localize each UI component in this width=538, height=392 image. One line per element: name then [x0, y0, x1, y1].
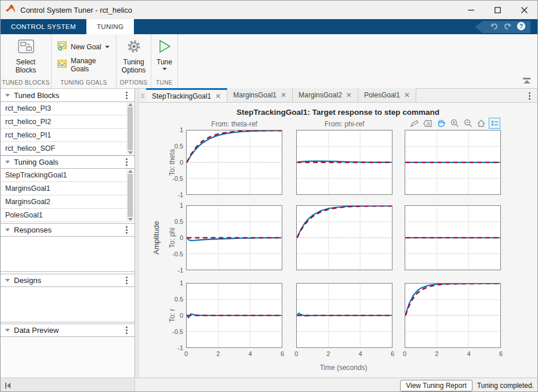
subplot-r-from-phi-ref[interactable] [296, 283, 392, 348]
y-tick-label: -0.5 [163, 175, 183, 182]
group-label-tuning-goals: TUNING GOALS [52, 78, 116, 88]
subplot-phi-from-theta-ref[interactable] [186, 205, 282, 270]
tune-button[interactable]: Tune [151, 38, 178, 71]
x-tick-label: 4 [462, 350, 476, 357]
y-tick-label: 0.5 [163, 218, 183, 225]
panel-menu-icon[interactable] [123, 157, 130, 167]
tabbar-grip-icon[interactable] [139, 94, 146, 102]
window-title: Control System Tuner - rct_helico [20, 6, 457, 14]
collapse-panel-icon [5, 228, 10, 231]
ribbon-tab-band: CONTROL SYSTEM TUNING ? [1, 19, 537, 34]
close-tab-icon[interactable]: ✕ [281, 91, 286, 99]
y-tick-label: -0.5 [163, 328, 183, 335]
zoom-out-icon[interactable] [462, 118, 474, 129]
x-tick-label: 4 [243, 350, 257, 357]
doc-tab-marginsgoal2[interactable]: MarginsGoal2 ✕ [293, 88, 358, 102]
collapse-sidebar-icon[interactable] [5, 383, 10, 389]
view-tuning-report-button[interactable]: View Tuning Report [400, 380, 472, 391]
home-icon[interactable] [475, 118, 487, 129]
panel-menu-icon[interactable] [123, 90, 130, 100]
tabbar-menu-icon[interactable] [526, 91, 533, 101]
pan-icon[interactable] [435, 118, 447, 129]
collapse-ribbon-icon[interactable] [523, 78, 530, 84]
panel-header-tuned-blocks[interactable]: Tuned Blocks [1, 89, 134, 102]
group-tune: Tune TUNE [151, 34, 178, 88]
x-tick-label: 0 [179, 350, 193, 357]
y-tick-label: 1 [163, 202, 183, 209]
x-tick-label: 2 [321, 350, 335, 357]
panel-menu-icon[interactable] [123, 275, 130, 285]
subplot-r-from-theta-ref[interactable] [186, 283, 282, 348]
maximize-button[interactable] [484, 1, 511, 19]
help-icon[interactable]: ? [517, 21, 526, 33]
subplot-theta-from-theta-ref[interactable] [186, 130, 282, 195]
redo-icon[interactable] [503, 22, 512, 32]
list-item[interactable]: rct_helico_PI1 [1, 129, 134, 142]
doc-tab-label: MarginsGoal1 [233, 91, 277, 99]
close-tab-icon[interactable]: ✕ [346, 91, 352, 99]
y-tick-label: -1 [163, 267, 183, 274]
minimize-button[interactable] [457, 1, 484, 19]
panel-menu-icon[interactable] [123, 225, 130, 235]
gear-icon [126, 39, 141, 56]
panel-header-designs[interactable]: Designs [1, 274, 134, 287]
doc-tab-polesgoal1[interactable]: PolesGoal1 ✕ [358, 88, 416, 102]
undo-icon[interactable] [490, 22, 499, 32]
doc-tab-steptrackinggoal1[interactable]: StepTrackingGoal1 ✕ [146, 88, 227, 102]
list-item[interactable]: MarginsGoal1 [1, 182, 134, 195]
new-goal-button[interactable]: New Goal [57, 41, 110, 53]
y-tick-label: -0.5 [163, 251, 183, 257]
close-tab-icon[interactable]: ✕ [215, 92, 221, 100]
col-title: From: phi-ref [296, 120, 392, 128]
subplot-phi-from-phi-ref[interactable] [296, 205, 392, 270]
matlab-logo-icon [5, 4, 16, 16]
new-goal-label: New Goal [71, 43, 101, 51]
list-item[interactable]: MarginsGoal2 [1, 195, 134, 209]
y-tick-label: -1 [163, 191, 183, 198]
list-item[interactable]: rct_helico_PI3 [1, 102, 134, 115]
manage-goals-icon [57, 60, 67, 70]
close-tab-icon[interactable]: ✕ [404, 91, 410, 99]
list-item[interactable]: StepTrackingGoal1 [1, 169, 134, 182]
tuned-blocks-list: rct_helico_PI3 rct_helico_PI2 rct_helico… [1, 102, 134, 155]
panel-header-data-preview[interactable]: Data Preview [1, 324, 134, 337]
group-label-tune: TUNE [151, 78, 177, 88]
tuning-goals-list: StepTrackingGoal1 MarginsGoal1 MarginsGo… [1, 169, 134, 222]
datatip-icon[interactable] [422, 118, 434, 129]
tuning-options-button[interactable]: Tuning Options [115, 38, 153, 76]
legend-toggle-icon[interactable] [489, 118, 500, 129]
select-blocks-button[interactable]: Select Blocks [6, 38, 46, 76]
subplot-theta-from-r-ref[interactable] [405, 130, 501, 195]
tab-tuning[interactable]: TUNING [86, 19, 134, 34]
edit-plot-icon[interactable] [409, 118, 420, 129]
list-item[interactable]: PolesGoal1 [1, 209, 134, 222]
col-title: From: theta-ref [186, 120, 282, 128]
chart-title: StepTrackingGoal1: Target response to st… [139, 108, 537, 117]
x-tick-label: 4 [354, 350, 368, 357]
subplot-theta-from-phi-ref[interactable] [296, 130, 392, 195]
manage-goals-button[interactable]: Manage Goals [57, 57, 110, 73]
close-button[interactable] [511, 1, 537, 19]
tab-control-system[interactable]: CONTROL SYSTEM [1, 19, 86, 34]
doc-tab-label: StepTrackingGoal1 [152, 92, 211, 100]
list-item[interactable]: rct_helico_PI2 [1, 115, 134, 129]
scrollbar[interactable] [126, 102, 134, 155]
panel-header-tuning-goals[interactable]: Tuning Goals [1, 155, 134, 169]
scrollbar[interactable] [126, 169, 134, 222]
subplot-phi-from-r-ref[interactable] [405, 205, 501, 270]
tune-play-icon [158, 39, 172, 56]
x-tick-label: 2 [430, 350, 444, 357]
list-item[interactable]: rct_helico_SOF [1, 142, 134, 155]
manage-goals-label: Manage Goals [71, 57, 110, 73]
x-tick-label: 2 [211, 350, 225, 357]
doc-tab-marginsgoal1[interactable]: MarginsGoal1 ✕ [227, 88, 293, 102]
group-options: Tuning Options OPTIONS [117, 34, 151, 88]
zoom-in-icon[interactable] [449, 118, 460, 129]
panel-menu-icon[interactable] [123, 325, 130, 335]
y-tick-label: 1 [163, 280, 183, 286]
subplot-r-from-r-ref[interactable] [405, 283, 501, 348]
panel-title-data-preview: Data Preview [14, 326, 119, 335]
panel-header-responses[interactable]: Responses [1, 223, 134, 237]
collapse-panel-icon [5, 94, 10, 97]
document-tab-bar: StepTrackingGoal1 ✕ MarginsGoal1 ✕ Margi… [139, 89, 537, 103]
